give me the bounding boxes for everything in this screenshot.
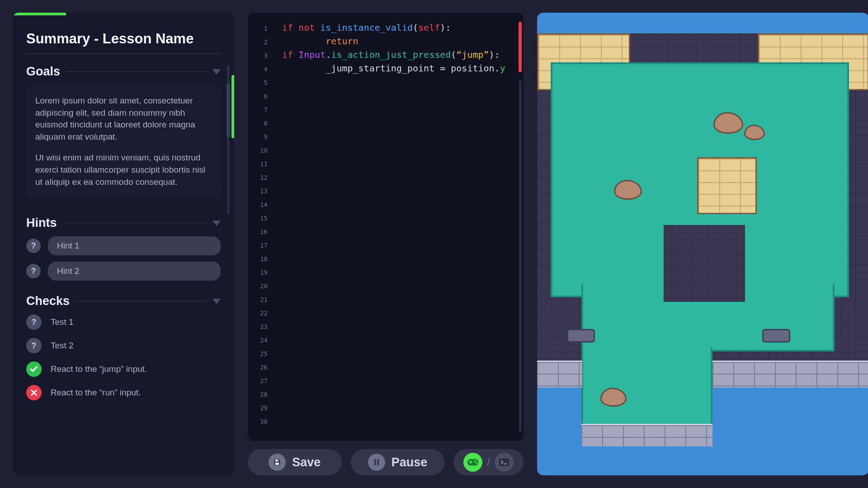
sidebar-content: Summary - Lesson Name Goals Lorem ipsum … — [13, 15, 234, 475]
divider — [76, 301, 206, 301]
goals-heading: Goals — [26, 65, 60, 79]
water-area — [581, 347, 712, 428]
goals-paragraph: Lorem ipsum dolor sit amet, consectetuer… — [35, 95, 212, 143]
code-content[interactable]: if not is_instance_valid(self): returnif… — [282, 21, 517, 75]
line-number: 13 — [248, 184, 272, 198]
check-label: React to the “run” input. — [51, 388, 141, 398]
checks-heading-row[interactable]: Checks — [26, 294, 221, 308]
line-number: 26 — [248, 361, 272, 374]
code-editor[interactable]: 1234567891011121314151617181920212223242… — [248, 13, 524, 441]
line-number: 1 — [248, 22, 272, 35]
line-number: 30 — [248, 415, 272, 428]
stone-tile — [581, 424, 712, 446]
pause-button[interactable]: Pause — [351, 449, 445, 475]
sidebar-scrollbar-thumb[interactable] — [226, 83, 230, 137]
vent-sprite — [567, 329, 595, 343]
check-pass-icon — [26, 361, 42, 377]
line-number: 24 — [248, 333, 272, 347]
hint-label: Hint 1 — [48, 236, 221, 255]
chevron-down-icon[interactable] — [212, 221, 221, 226]
chevron-down-icon[interactable] — [212, 69, 221, 75]
hints-heading: Hints — [26, 216, 57, 230]
line-number: 19 — [248, 266, 272, 279]
vent-sprite — [762, 329, 790, 343]
line-number: 25 — [248, 347, 272, 361]
editor-scrollbar[interactable] — [519, 80, 522, 432]
line-number: 20 — [248, 279, 272, 293]
svg-rect-3 — [377, 459, 379, 465]
line-number: 15 — [248, 211, 272, 225]
toggle-separator: / — [487, 456, 490, 469]
hints-section: Hints ? Hint 1 ? Hint 2 — [26, 216, 221, 281]
svg-point-6 — [476, 462, 478, 464]
goals-heading-row[interactable]: Goals — [26, 65, 221, 79]
line-number: 27 — [248, 374, 272, 388]
pause-icon — [368, 454, 385, 471]
hint-label: Hint 2 — [48, 262, 221, 281]
game-view-button[interactable] — [463, 453, 482, 472]
line-number: 5 — [248, 76, 272, 89]
line-number: 23 — [248, 320, 272, 333]
check-fail-icon — [26, 385, 42, 400]
line-number: 29 — [248, 401, 272, 415]
question-icon: ? — [26, 314, 42, 330]
goals-paragraph: Ut wisi enim ad minim veniam, quis nostr… — [35, 152, 212, 188]
question-icon: ? — [26, 239, 41, 253]
line-number: 3 — [248, 49, 272, 62]
divider — [66, 71, 206, 72]
checks-section: Checks ? Test 1 ? Test 2 React to the — [26, 294, 221, 400]
goals-section: Goals Lorem ipsum dolor sit amet, consec… — [26, 65, 221, 198]
action-bar: Save Pause / — [248, 449, 524, 475]
check-label: Test 1 — [51, 317, 74, 327]
svg-rect-2 — [374, 459, 376, 465]
question-icon: ? — [26, 264, 41, 278]
svg-rect-1 — [275, 463, 279, 465]
pause-button-label: Pause — [392, 455, 428, 469]
line-number: 22 — [248, 306, 272, 320]
question-icon: ? — [26, 338, 42, 353]
console-view-button[interactable] — [495, 453, 514, 472]
svg-rect-0 — [275, 460, 278, 461]
sand-tile — [697, 157, 757, 214]
svg-point-5 — [474, 460, 476, 462]
checks-heading: Checks — [26, 294, 70, 308]
line-number: 7 — [248, 103, 272, 117]
hints-heading-row[interactable]: Hints — [26, 216, 221, 230]
center-column: 1234567891011121314151617181920212223242… — [248, 13, 524, 475]
save-icon — [269, 454, 286, 471]
line-number: 21 — [248, 293, 272, 306]
line-number: 4 — [248, 62, 272, 76]
check-label: Test 2 — [51, 341, 74, 351]
line-number: 16 — [248, 225, 272, 239]
line-number-gutter: 1234567891011121314151617181920212223242… — [248, 22, 272, 428]
line-number: 18 — [248, 252, 272, 266]
svg-rect-10 — [504, 464, 507, 465]
divider — [26, 53, 221, 54]
svg-rect-9 — [499, 458, 509, 466]
hint-row[interactable]: ? Hint 1 — [26, 236, 221, 255]
line-number: 17 — [248, 239, 272, 252]
line-number: 11 — [248, 157, 272, 171]
line-number: 12 — [248, 171, 272, 184]
chevron-down-icon[interactable] — [212, 299, 221, 304]
line-number: 2 — [248, 35, 272, 49]
editor-error-marker — [519, 22, 522, 72]
check-row: ? Test 1 — [26, 314, 221, 330]
check-row: React to the “run” input. — [26, 385, 221, 400]
wall-tile — [664, 225, 745, 302]
goals-text-box: Lorem ipsum dolor sit amet, consectetuer… — [26, 85, 221, 198]
line-number: 9 — [248, 130, 272, 144]
divider — [63, 223, 207, 223]
sidebar-active-marker — [231, 75, 234, 138]
lesson-title: Summary - Lesson Name — [26, 31, 221, 47]
check-row: React to the “jump” input. — [26, 361, 221, 377]
game-preview[interactable] — [537, 13, 868, 475]
line-number: 8 — [248, 117, 272, 130]
hint-row[interactable]: ? Hint 2 — [26, 262, 221, 281]
save-button[interactable]: Save — [248, 449, 342, 475]
line-number: 14 — [248, 198, 272, 211]
line-number: 28 — [248, 388, 272, 401]
lesson-sidebar: Summary - Lesson Name Goals Lorem ipsum … — [13, 13, 234, 475]
app-root: Summary - Lesson Name Goals Lorem ipsum … — [13, 13, 855, 475]
check-row: ? Test 2 — [26, 338, 221, 353]
